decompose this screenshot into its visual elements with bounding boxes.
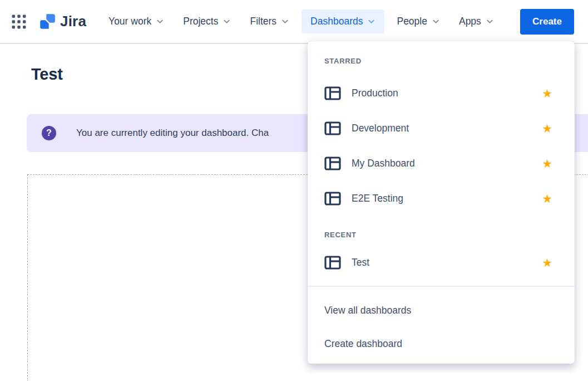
chevron-down-icon [432,17,440,26]
nav-item-label: Dashboards [310,16,363,27]
menu-item-my-dashboard[interactable]: My Dashboard ★ [308,146,575,181]
menu-item-label: My Dashboard [352,158,542,169]
dashboards-dropdown-menu: STARRED Production ★ Development ★ [308,41,575,364]
chevron-down-icon [367,17,375,26]
section-heading-starred: STARRED [308,56,575,67]
section-heading-recent: RECENT [308,229,575,241]
top-navbar: Jira Your work Projects Filters [0,0,588,44]
nav-item-label: Projects [183,16,218,27]
nav-item-people[interactable]: People [390,9,447,33]
menu-item-development[interactable]: Development ★ [308,111,575,146]
menu-item-production[interactable]: Production ★ [308,76,575,111]
chevron-down-icon [223,17,231,26]
star-icon[interactable]: ★ [542,158,552,169]
dropdown-footer: View all dashboards Create dashboard [308,287,575,364]
primary-nav: Your work Projects Filters Dashboards [102,9,501,33]
star-icon[interactable]: ★ [542,193,552,204]
editing-banner-text: You are currently editing your dashboard… [76,128,269,139]
menu-item-label: Development [352,123,542,134]
star-icon[interactable]: ★ [542,87,552,99]
menu-item-label: Test [352,257,542,268]
nav-item-dashboards[interactable]: Dashboards [302,9,384,33]
nav-item-label: People [397,16,427,27]
nav-item-label: Your work [108,16,151,27]
nav-item-your-work[interactable]: Your work [102,9,171,33]
app-switcher-button[interactable] [11,13,27,30]
create-button[interactable]: Create [520,9,574,35]
chevron-down-icon [281,17,289,26]
dashboard-icon [324,157,341,170]
menu-item-label: E2E Testing [352,193,542,204]
chevron-down-icon [156,17,164,26]
dashboard-icon [324,121,341,135]
jira-logo[interactable]: Jira [39,13,86,30]
menu-item-create-dashboard[interactable]: Create dashboard [308,327,575,360]
jira-logo-text: Jira [60,13,86,30]
jira-dashboard-page: Jira Your work Projects Filters [0,0,588,381]
star-icon[interactable]: ★ [542,257,552,268]
dashboards-dropdown-list: STARRED Production ★ Development ★ [308,41,575,364]
question-icon: ? [42,126,56,140]
menu-item-e2e-testing[interactable]: E2E Testing ★ [308,181,575,216]
star-icon[interactable]: ★ [542,123,552,134]
nav-item-filters[interactable]: Filters [243,9,296,33]
jira-logo-icon [39,13,56,30]
menu-item-label: Production [352,87,542,99]
dashboard-icon [324,192,341,206]
page-title: Test [31,65,63,84]
menu-item-view-all-dashboards[interactable]: View all dashboards [308,294,575,327]
nav-item-projects[interactable]: Projects [176,9,238,33]
nav-item-apps[interactable]: Apps [452,9,501,33]
dashboard-icon [324,86,341,100]
nav-item-label: Filters [250,16,276,27]
menu-item-test[interactable]: Test ★ [308,245,575,280]
app-grid-icon [12,14,26,29]
dashboard-icon [324,256,341,270]
chevron-down-icon [486,17,494,26]
nav-item-label: Apps [459,16,481,27]
